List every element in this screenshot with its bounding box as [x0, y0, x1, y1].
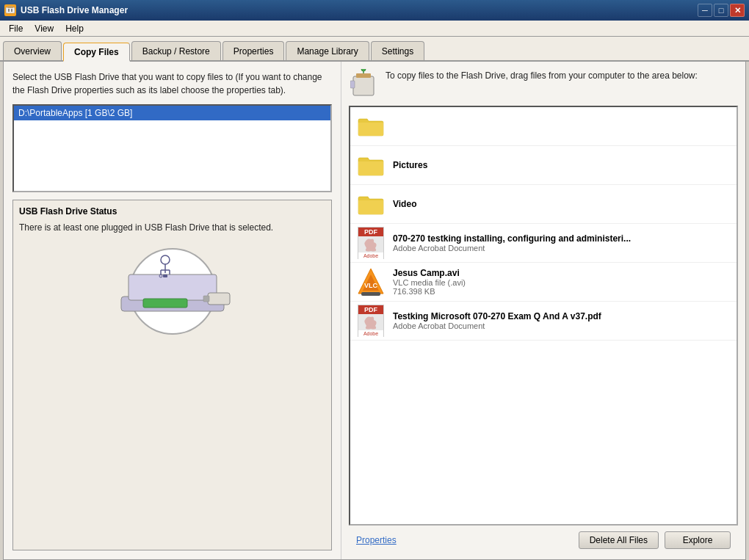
title-bar: USB Flash Drive Manager ─ □ ✕: [0, 0, 749, 21]
file-type: VLC media file (.avi): [393, 278, 731, 287]
list-item[interactable]: PDF Adobe 070-270 testking installing, c…: [350, 224, 737, 263]
file-name: Video: [393, 199, 731, 209]
tab-overview[interactable]: Overview: [3, 41, 62, 60]
file-type: Adobe Acrobat Document: [393, 321, 731, 330]
folder-icon: [356, 150, 386, 180]
tab-copy-files[interactable]: Copy Files: [63, 43, 130, 62]
tab-manage-library[interactable]: Manage Library: [286, 41, 369, 60]
file-info: Pictures: [393, 160, 731, 170]
svg-rect-18: [350, 81, 355, 88]
svg-rect-0: [6, 7, 15, 13]
svg-rect-1: [8, 9, 10, 12]
svg-rect-13: [163, 274, 167, 277]
svg-rect-19: [356, 73, 371, 78]
pdf-icon: PDF Adobe: [356, 228, 386, 258]
folder-icon: [356, 189, 386, 219]
close-button[interactable]: ✕: [730, 4, 745, 17]
status-title: USB Flash Drive Status: [19, 206, 325, 217]
status-box: USB Flash Drive Status There is at least…: [12, 200, 332, 550]
window-controls: ─ □ ✕: [698, 4, 745, 17]
tab-bar: Overview Copy Files Backup / Restore Pro…: [0, 37, 749, 62]
pdf-icon: PDF Adobe: [356, 306, 386, 335]
delete-all-button[interactable]: Delete All Files: [579, 531, 659, 549]
file-type: Adobe Acrobat Document: [393, 244, 731, 252]
file-name: 070-270 testking installing, configuring…: [393, 233, 731, 244]
folder-icon: [356, 112, 386, 141]
usb-illustration: [99, 241, 246, 337]
tab-backup-restore[interactable]: Backup / Restore: [131, 41, 221, 60]
file-name: Jesus Camp.avi: [393, 268, 731, 278]
svg-rect-24: [361, 292, 380, 296]
file-info: [393, 121, 731, 131]
explore-button[interactable]: Explore: [665, 531, 731, 549]
window-title: USB Flash Drive Manager: [21, 5, 128, 15]
instructions-text: Select the USB Flash Drive that you want…: [12, 70, 332, 97]
right-panel: To copy files to the Flash Drive, drag f…: [341, 62, 745, 559]
minimize-button[interactable]: ─: [698, 4, 712, 17]
svg-text:VLC: VLC: [364, 282, 378, 289]
left-panel: Select the USB Flash Drive that you want…: [4, 62, 341, 559]
file-size: 716.398 KB: [393, 287, 731, 296]
list-item[interactable]: [350, 107, 737, 146]
list-item[interactable]: Video: [350, 185, 737, 224]
usb-header-icon: [349, 69, 378, 98]
svg-rect-2: [11, 9, 12, 12]
list-item[interactable]: VLC Jesus Camp.avi VLC media file (.avi)…: [350, 263, 737, 302]
svg-point-20: [361, 69, 366, 71]
status-text: There is at least one plugged in USB Fla…: [19, 221, 325, 234]
tab-settings[interactable]: Settings: [371, 41, 424, 60]
app-icon: [4, 4, 16, 16]
file-info: Jesus Camp.avi VLC media file (.avi) 716…: [393, 268, 731, 296]
vlc-icon: VLC: [356, 267, 386, 297]
copy-instructions: To copy files to the Flash Drive, drag f…: [386, 69, 698, 82]
copy-header: To copy files to the Flash Drive, drag f…: [349, 69, 738, 98]
file-info: 070-270 testking installing, configuring…: [393, 233, 731, 252]
svg-rect-15: [208, 293, 230, 305]
menu-file[interactable]: File: [3, 22, 29, 35]
file-list[interactable]: Pictures Video PDF: [349, 106, 738, 526]
menu-bar: File View Help: [0, 21, 749, 37]
properties-link[interactable]: Properties: [356, 535, 397, 545]
list-item[interactable]: Pictures: [350, 146, 737, 185]
svg-rect-3: [7, 6, 13, 8]
file-name: Pictures: [393, 160, 731, 170]
menu-view[interactable]: View: [29, 22, 59, 35]
svg-rect-17: [353, 76, 374, 95]
svg-rect-16: [203, 296, 209, 302]
bottom-bar: Properties Delete All Files Explore: [349, 526, 738, 552]
drive-item[interactable]: D:\PortableApps [1 GB\2 GB]: [14, 106, 330, 120]
file-info: Video: [393, 199, 731, 209]
file-name: [393, 121, 731, 131]
file-name: Testking Microsoft 070-270 Exam Q And A …: [393, 311, 731, 321]
menu-help[interactable]: Help: [59, 22, 90, 35]
file-info: Testking Microsoft 070-270 Exam Q And A …: [393, 311, 731, 330]
list-item[interactable]: PDF Adobe Testking Microsoft 070-270 Exa…: [350, 302, 737, 341]
drive-list[interactable]: D:\PortableApps [1 GB\2 GB]: [12, 104, 332, 192]
svg-rect-7: [143, 299, 187, 308]
main-content: Select the USB Flash Drive that you want…: [3, 62, 746, 560]
tab-properties[interactable]: Properties: [222, 41, 285, 60]
restore-button[interactable]: □: [714, 4, 728, 17]
